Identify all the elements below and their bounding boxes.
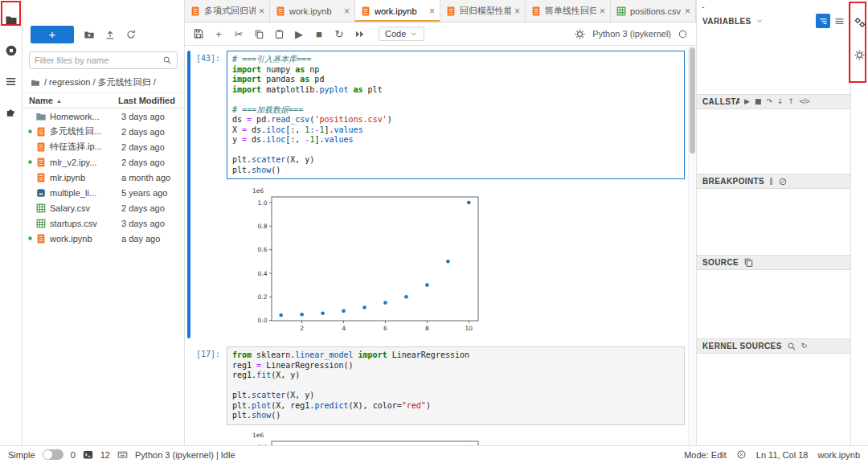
notifications-icon[interactable]	[736, 449, 747, 460]
cell-collapser[interactable]	[187, 51, 190, 338]
copy-cell-button[interactable]	[253, 29, 264, 39]
step-in-icon[interactable]: ↓	[777, 98, 784, 105]
kernels-count[interactable]: 12	[100, 450, 110, 460]
folder-file-icon	[34, 111, 48, 122]
variables-section-header[interactable]: VARIABLES	[697, 12, 850, 30]
continue-icon[interactable]: ▶	[744, 98, 750, 105]
step-out-icon[interactable]: ↑	[788, 98, 795, 105]
svg-text:0.0: 0.0	[258, 317, 268, 324]
keyboard-icon[interactable]	[117, 449, 128, 460]
csv-file-icon	[34, 218, 48, 229]
cell-editor[interactable]: # ===引入基本库===import numpy as npimport pa…	[227, 51, 685, 179]
cell-prompt: [43]:	[193, 51, 227, 179]
simple-mode-toggle[interactable]	[43, 449, 63, 460]
cell-editor[interactable]: from sklearn.linear_model import LinearR…	[227, 346, 685, 425]
upload-button[interactable]	[104, 29, 116, 40]
tab-work.ipynb[interactable]: work.ipynb×	[270, 0, 355, 22]
file-filter-box	[29, 51, 178, 69]
file-item-mlr.ipynb[interactable]: mlr.ipynba month ago	[23, 170, 184, 185]
cell-output-plot-partial: 2468100.00.20.40.60.81.01e6	[244, 430, 485, 446]
refresh-icon[interactable]: ↻	[801, 342, 808, 350]
breadcrumb[interactable]: / regression / 多元线性回归 /	[23, 72, 184, 92]
cell-collapser[interactable]	[187, 346, 190, 445]
upload-icon	[104, 29, 116, 40]
active-file-name[interactable]: work.ipynb	[817, 450, 860, 460]
sidebar-tab-running-sessions[interactable]	[2, 35, 21, 66]
breakpoints-section-header[interactable]: BREAKPOINTS ‖	[697, 174, 850, 189]
tab-回归模型性能评[interactable]: 回归模型性能评×	[440, 0, 526, 22]
svg-text:0.4: 0.4	[258, 270, 268, 277]
notebook-icon	[530, 6, 542, 17]
restart-kernel-button[interactable]: ↻	[334, 29, 345, 39]
sidebar-tab-property-inspector[interactable]	[850, 6, 868, 39]
file-item-多元线性回...[interactable]: 多元线性回...2 days ago	[23, 124, 184, 139]
column-header-name[interactable]: Name ▲	[29, 96, 118, 105]
terminals-count[interactable]: 0	[71, 450, 76, 460]
remove-breakpoints-button[interactable]	[778, 177, 788, 186]
cell-type-dropdown[interactable]: Code	[379, 27, 424, 41]
kernel-status[interactable]: Python 3 (ipykernel) | Idle	[135, 450, 235, 460]
open-source-button[interactable]	[743, 257, 754, 268]
file-item-multiple_li...[interactable]: multiple_li...5 years ago	[23, 185, 184, 200]
file-item-Salary.csv[interactable]: Salary.csv2 days ago	[23, 200, 184, 215]
file-modified: 2 days ago	[121, 127, 181, 137]
file-item-特征选择.ip...[interactable]: 特征选择.ip...2 days ago	[23, 139, 184, 154]
run-all-button[interactable]	[354, 29, 365, 39]
terminate-icon[interactable]: ■	[755, 98, 762, 105]
column-header-modified[interactable]: Last Modified	[118, 96, 178, 105]
file-item-work.ipynb[interactable]: work.ipynba day ago	[23, 231, 184, 246]
list-icon	[5, 76, 17, 88]
callstack-section-header[interactable]: CALLSTACK ▶ ■ ↷ ↓ ↑ </>	[697, 94, 850, 109]
cut-cell-button[interactable]: ✂	[233, 29, 244, 39]
file-item-startups.csv[interactable]: startups.csv3 days ago	[23, 215, 184, 231]
sidebar-tab-table-of-contents[interactable]	[2, 66, 21, 96]
variables-tree-view-button[interactable]	[816, 14, 830, 28]
code-cell-1[interactable]: [43]: # ===引入基本库===import numpy as npimp…	[187, 51, 685, 338]
output-prompt	[193, 179, 227, 338]
editor-mode[interactable]: Mode: Edit	[684, 450, 727, 460]
sidebar-tab-extensions[interactable]	[2, 96, 21, 127]
interrupt-kernel-button[interactable]: ■	[313, 29, 325, 39]
tab-close-icon[interactable]: ×	[259, 6, 264, 16]
tab-close-icon[interactable]: ×	[685, 6, 690, 16]
source-section-header[interactable]: SOURCE	[697, 255, 850, 270]
jupyterlab-window: + / regression / 多元线性回归 / Name ▲ Last Mo…	[0, 0, 868, 463]
sidebar-tab-debugger[interactable]	[850, 39, 868, 71]
new-launcher-button[interactable]: +	[31, 26, 74, 43]
tab-简单线性回归讲[interactable]: 简单线性回归讲×	[526, 0, 611, 22]
tab-close-icon[interactable]: ×	[344, 6, 350, 16]
paste-cell-button[interactable]	[273, 29, 285, 39]
new-folder-button[interactable]	[84, 29, 95, 40]
pause-on-exception-icon[interactable]: ‖	[769, 178, 773, 185]
refresh-files-button[interactable]	[125, 29, 137, 40]
evaluate-code-icon[interactable]: </>	[799, 99, 809, 105]
sidebar-tab-file-browser[interactable]	[2, 5, 21, 35]
file-item-Homework...[interactable]: Homework...3 days ago	[23, 109, 184, 124]
tab-多项式回归讲义[interactable]: 多项式回归讲义×	[185, 0, 270, 22]
kernel-sources-section-header[interactable]: KERNEL SOURCES ↻	[697, 338, 850, 354]
code-cell-2[interactable]: [17]: from sklearn.linear_model import L…	[187, 346, 685, 445]
breadcrumb-path[interactable]: / regression / 多元线性回归 /	[44, 76, 156, 88]
kernel-sources-search-button[interactable]	[787, 342, 796, 351]
tab-positions.csv[interactable]: positions.csv×	[611, 0, 696, 22]
save-button[interactable]	[193, 28, 204, 39]
terminal-icon[interactable]	[83, 449, 93, 460]
cursor-position[interactable]: Ln 11, Col 18	[756, 450, 809, 460]
notebook-scrollbar[interactable]	[688, 46, 696, 445]
tab-close-icon[interactable]: ×	[514, 6, 520, 16]
kernel-name[interactable]: Python 3 (ipykernel)	[592, 29, 671, 39]
tab-work.ipynb[interactable]: work.ipynb×	[355, 0, 440, 22]
add-cell-button[interactable]: +	[213, 29, 224, 39]
file-filter-input[interactable]	[35, 55, 162, 65]
variables-menu-button[interactable]	[834, 16, 845, 27]
scrollbar-thumb[interactable]	[690, 47, 695, 154]
notebook-settings-button[interactable]	[574, 28, 586, 40]
file-name: 多元线性回...	[48, 125, 121, 137]
tab-close-icon[interactable]: ×	[429, 6, 435, 16]
file-item-mlr_v2.ipy...[interactable]: mlr_v2.ipy...2 days ago	[23, 154, 184, 170]
step-over-icon[interactable]: ↷	[766, 98, 772, 105]
running-kernel-dot	[26, 129, 34, 134]
run-cell-button[interactable]: ▶	[293, 29, 305, 39]
cell-type-value: Code	[385, 29, 406, 39]
tab-close-icon[interactable]: ×	[600, 6, 605, 16]
